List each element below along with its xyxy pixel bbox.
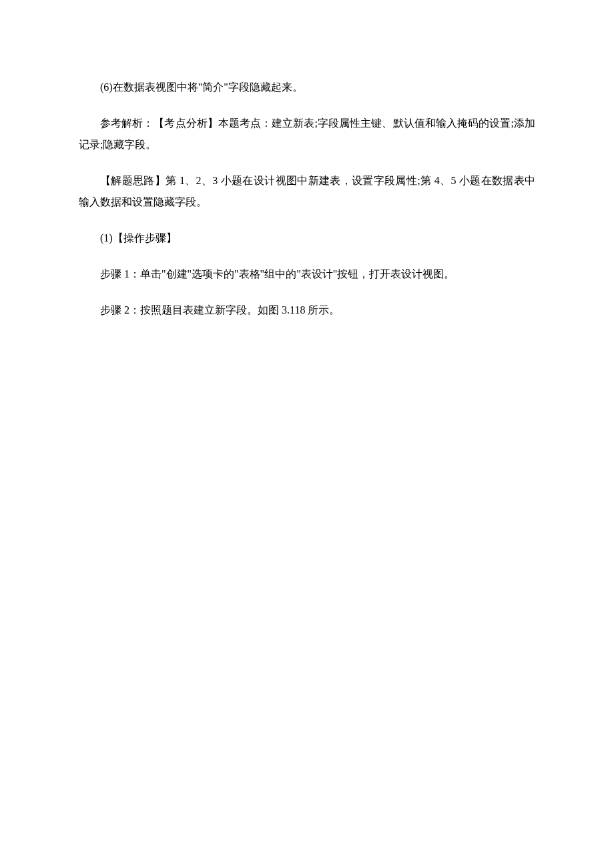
paragraph-solution-approach: 【解题思路】第 1、2、3 小题在设计视图中新建表，设置字段属性;第 4、5 小… bbox=[79, 170, 535, 213]
paragraph-operation-steps-header: (1)【操作步骤】 bbox=[79, 228, 535, 249]
paragraph-6: (6)在数据表视图中将"简介"字段隐藏起来。 bbox=[79, 77, 535, 98]
paragraph-step-2: 步骤 2：按照题目表建立新字段。如图 3.118 所示。 bbox=[79, 300, 535, 321]
paragraph-analysis: 参考解析：【考点分析】本题考点：建立新表;字段属性主键、默认值和输入掩码的设置;… bbox=[79, 113, 535, 155]
paragraph-step-1: 步骤 1：单击"创建"选项卡的"表格"组中的"表设计"按钮，打开表设计视图。 bbox=[79, 264, 535, 285]
